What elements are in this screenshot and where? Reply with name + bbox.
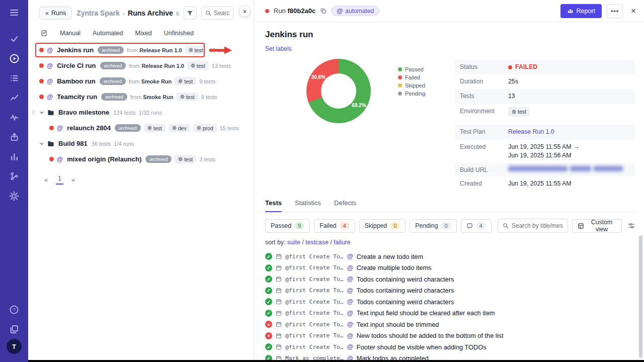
test-search[interactable] [498, 219, 568, 233]
sort-link-testcase[interactable]: testcase [305, 239, 329, 246]
test-suite-prefix: @first Create To… [285, 321, 344, 328]
folder-row[interactable]: Bravo milestone124 tests1/32 runs [28, 105, 254, 120]
branch-icon[interactable] [0, 166, 28, 186]
sidebar-search-input[interactable] [214, 10, 229, 17]
sort-settings-icon[interactable] [628, 222, 635, 229]
folder-row[interactable]: Build 98136 tests1/4 runs [28, 136, 254, 151]
passed-check-icon: ✓ [265, 298, 272, 305]
test-row[interactable]: ×@first Create To…@Text input should be … [265, 319, 635, 330]
custom-view-button[interactable]: Custom view [572, 219, 622, 233]
archived-badge: archived [98, 46, 124, 54]
sidebar-tab-mixed[interactable]: Mixed [135, 30, 151, 37]
run-detail-body: Jenkins run Set labels 69.2%30.8% Passed… [254, 22, 644, 362]
chip-label: Failed [319, 222, 337, 229]
avatar[interactable]: T [7, 339, 22, 354]
run-row[interactable]: @Teamcity runarchivedfrom Smoke Runtest9… [28, 89, 254, 105]
more-button[interactable]: ••• [607, 4, 623, 18]
comments-filter-chip[interactable]: 4 [461, 219, 492, 233]
test-title: Todos containing weird characters [357, 287, 454, 294]
automated-icon: @ [57, 156, 63, 163]
projects-icon[interactable] [0, 319, 28, 339]
play-icon[interactable] [0, 49, 28, 68]
run-row[interactable]: @relaunch 2804archivedtestdevprod15 test… [28, 120, 254, 136]
run-row[interactable]: @Jenkins runarchivedfrom Release Run 1.0… [28, 42, 254, 58]
info-value: 13 [508, 93, 515, 100]
env-badge: test [177, 93, 198, 101]
test-plan-link[interactable]: Release Run 1.0 [508, 128, 554, 135]
copy-icon[interactable] [320, 8, 327, 14]
tab-tests[interactable]: Tests [265, 199, 282, 212]
chip-label: Skipped [365, 222, 387, 229]
runs-sidebar: × « Runs Zyntra Spark › Runs Archive 6 M… [28, 0, 254, 362]
sidebar-search[interactable] [201, 7, 233, 20]
env-badge: test [185, 46, 207, 54]
test-title: Footer should be visible when adding TOD… [357, 343, 487, 351]
filter-chip-skipped[interactable]: Skipped0 [359, 219, 406, 233]
annotation-arrow-icon [208, 46, 233, 55]
sidebar-tab-automated[interactable]: Automated [93, 30, 123, 37]
scrollbar-thumb[interactable] [639, 235, 642, 358]
panel-close-button[interactable]: × [631, 6, 636, 16]
automated-badge[interactable]: @ automated [331, 6, 379, 16]
test-row[interactable]: ✓@first Create To…@Create a new todo ite… [265, 251, 635, 262]
drag-handle-icon[interactable] [31, 110, 36, 115]
sidebar-tab-manual[interactable]: Manual [60, 30, 80, 37]
run-row[interactable]: @Circle CI runarchivedfrom Release Run 1… [28, 58, 254, 73]
info-row-executed: ExecutedJun 19, 2025 11:55 AM →Jun 19, 2… [455, 140, 635, 163]
filter-chip-passed[interactable]: Passed9 [265, 219, 310, 233]
run-row[interactable]: @Bamboo runarchivedfrom Smoke Runtest9 t… [28, 73, 254, 89]
test-row[interactable]: ✓@first Create To…@Text input field shou… [265, 308, 635, 319]
test-row[interactable]: ✓@first Create To…@Todos containing weir… [265, 296, 635, 308]
test-row[interactable]: ✓@first Create To…@Todos containing weir… [265, 274, 635, 285]
run-tests-count: 9 tests [199, 78, 215, 84]
chevron-down-icon[interactable] [39, 110, 44, 115]
menu-icon[interactable] [0, 0, 28, 25]
run-row[interactable]: @mixed origin (Relaunch)archivedtest3 te… [28, 151, 254, 167]
sort-link-suite[interactable]: suite [287, 239, 300, 246]
test-row[interactable]: ×@first Create To…@New todos should be a… [265, 330, 635, 342]
export-icon[interactable] [0, 127, 28, 147]
passed-check-icon: ✓ [265, 287, 272, 294]
automated-icon: @ [47, 47, 53, 54]
chevron-down-icon[interactable] [39, 141, 44, 146]
clipboard-icon[interactable] [40, 29, 48, 37]
back-to-runs-button[interactable]: « Runs [39, 7, 72, 20]
breadcrumb-project[interactable]: Zyntra Spark [76, 9, 120, 17]
runs-check-icon[interactable] [0, 29, 28, 49]
pagination-prev[interactable]: « [44, 176, 48, 184]
run-tests-count: 3 tests [199, 156, 215, 162]
sort-link-failure[interactable]: failure [334, 239, 351, 246]
test-row[interactable]: ✓@first Create To…@Footer should be visi… [265, 341, 635, 353]
run-id: Run f80b2a0c [274, 7, 315, 15]
info-label: Tests [460, 92, 508, 100]
filter-chip-pending[interactable]: Pending0 [410, 219, 456, 233]
bar-chart-icon [567, 8, 574, 14]
failed-status-dot [39, 63, 44, 68]
test-list-icon[interactable] [0, 68, 28, 88]
filter-chip-failed[interactable]: Failed4 [314, 219, 355, 233]
test-search-input[interactable] [512, 222, 563, 229]
help-icon[interactable]: ? [0, 300, 28, 319]
activity-icon[interactable] [0, 108, 28, 127]
settings-icon[interactable] [0, 186, 28, 206]
run-overview: 69.2%30.8% PassedFailedSkippedPending St… [265, 59, 635, 191]
run-from: from Smoke Run [130, 94, 174, 100]
pagination-next[interactable]: » [71, 176, 75, 184]
failed-cross-icon: × [265, 332, 272, 339]
filter-button[interactable] [184, 7, 197, 20]
tab-defects[interactable]: Defects [334, 199, 356, 212]
set-labels-link[interactable]: Set labels [265, 45, 292, 52]
trend-icon[interactable] [0, 88, 28, 108]
tab-statistics[interactable]: Statistics [295, 199, 321, 212]
test-row[interactable]: ✓@first Create To…@Todos containing weir… [265, 285, 635, 297]
report-button[interactable]: Report [560, 4, 602, 18]
sidebar-close-button[interactable]: × [239, 6, 251, 17]
test-row[interactable]: ✓@first Create To…@Create multiple todo … [265, 262, 635, 274]
pagination-page-1[interactable]: 1 [56, 175, 63, 185]
sidebar-tab-unfinished[interactable]: Unfinished [164, 30, 194, 37]
chevrons-left-icon: « [45, 10, 49, 17]
chart-icon[interactable] [0, 147, 28, 166]
env-badge: test [187, 61, 209, 70]
automated-icon: @ [57, 125, 63, 132]
test-title: Create a new todo item [357, 253, 423, 260]
